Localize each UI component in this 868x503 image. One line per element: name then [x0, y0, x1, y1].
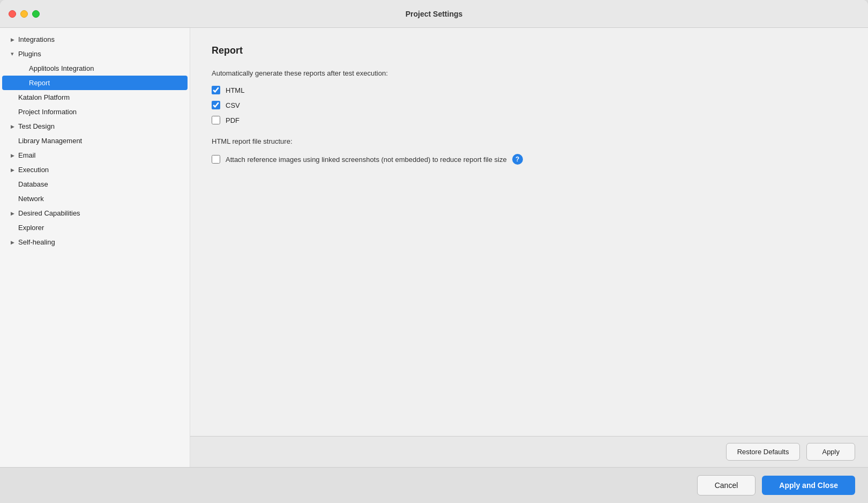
sidebar-item-integrations[interactable]: Integrations	[0, 32, 190, 47]
sidebar-item-project-information[interactable]: Project Information	[0, 105, 190, 119]
restore-defaults-button[interactable]: Restore Defaults	[726, 443, 800, 461]
traffic-lights	[9, 10, 40, 18]
sidebar-item-label-database: Database	[18, 180, 48, 188]
csv-checkbox-row: CSV	[212, 101, 847, 109]
chevron-right-icon	[9, 210, 16, 217]
sidebar-item-label-project-information: Project Information	[18, 108, 77, 116]
close-button[interactable]	[9, 10, 16, 18]
chevron-right-icon	[9, 152, 16, 159]
minimize-button[interactable]	[20, 10, 28, 18]
sidebar-item-label-explorer: Explorer	[18, 224, 44, 232]
chevron-down-icon	[9, 50, 16, 58]
attach-label: Attach reference images using linked scr…	[226, 156, 507, 164]
sidebar-item-label-email: Email	[18, 151, 36, 159]
chevron-right-icon	[9, 36, 16, 43]
project-settings-window: Project Settings IntegrationsPluginsAppl…	[0, 0, 868, 503]
sidebar-item-label-integrations: Integrations	[18, 35, 55, 43]
sidebar-item-execution[interactable]: Execution	[0, 162, 190, 177]
sidebar-item-report[interactable]: Report	[2, 76, 188, 90]
sidebar-item-applitools[interactable]: Applitools Integration	[0, 61, 190, 76]
panel-content: Report Automatically generate these repo…	[190, 28, 868, 436]
html-structure-label: HTML report file structure:	[212, 137, 847, 145]
titlebar: Project Settings	[0, 0, 868, 28]
sidebar-item-label-katalon-platform: Katalon Platform	[18, 93, 70, 101]
chevron-right-icon	[9, 123, 16, 130]
sidebar-item-email[interactable]: Email	[0, 148, 190, 162]
help-icon[interactable]: ?	[512, 154, 523, 165]
sidebar-item-label-applitools: Applitools Integration	[29, 64, 94, 72]
sidebar-item-self-healing[interactable]: Self-healing	[0, 235, 190, 249]
pdf-checkbox[interactable]	[212, 116, 220, 124]
cancel-button[interactable]: Cancel	[697, 475, 756, 495]
csv-label: CSV	[226, 101, 240, 109]
sidebar-item-test-design[interactable]: Test Design	[0, 119, 190, 134]
sidebar-item-label-test-design: Test Design	[18, 122, 55, 130]
apply-button[interactable]: Apply	[806, 443, 855, 461]
panel-title: Report	[212, 45, 847, 56]
sidebar-item-label-self-healing: Self-healing	[18, 238, 55, 246]
attach-row: Attach reference images using linked scr…	[212, 154, 847, 165]
html-checkbox[interactable]	[212, 86, 220, 94]
sidebar-item-label-report: Report	[29, 79, 50, 87]
sidebar-item-library-management[interactable]: Library Management	[0, 134, 190, 148]
sidebar-item-label-library-management: Library Management	[18, 137, 82, 145]
sidebar-item-label-network: Network	[18, 195, 44, 203]
pdf-label: PDF	[226, 116, 240, 124]
sidebar-item-desired-capabilities[interactable]: Desired Capabilities	[0, 206, 190, 220]
sidebar-item-label-execution: Execution	[18, 166, 49, 174]
footer-bar: Cancel Apply and Close	[0, 467, 868, 503]
content-area: IntegrationsPluginsApplitools Integratio…	[0, 28, 868, 467]
window-title: Project Settings	[406, 10, 463, 18]
auto-generate-label: Automatically generate these reports aft…	[212, 69, 847, 77]
maximize-button[interactable]	[32, 10, 40, 18]
sidebar-item-katalon-platform[interactable]: Katalon Platform	[0, 90, 190, 105]
bottom-bar: Restore Defaults Apply	[190, 436, 868, 467]
apply-and-close-button[interactable]: Apply and Close	[762, 476, 855, 495]
sidebar-item-network[interactable]: Network	[0, 191, 190, 206]
sidebar: IntegrationsPluginsApplitools Integratio…	[0, 28, 190, 467]
sidebar-item-label-desired-capabilities: Desired Capabilities	[18, 209, 80, 217]
html-label: HTML	[226, 86, 244, 94]
chevron-right-icon	[9, 166, 16, 174]
html-checkbox-row: HTML	[212, 86, 847, 94]
sidebar-item-plugins[interactable]: Plugins	[0, 47, 190, 61]
sidebar-item-database[interactable]: Database	[0, 177, 190, 191]
sidebar-item-explorer[interactable]: Explorer	[0, 220, 190, 235]
pdf-checkbox-row: PDF	[212, 116, 847, 124]
csv-checkbox[interactable]	[212, 101, 220, 109]
main-panel: Report Automatically generate these repo…	[190, 28, 868, 467]
chevron-right-icon	[9, 239, 16, 246]
attach-checkbox[interactable]	[212, 155, 220, 164]
sidebar-item-label-plugins: Plugins	[18, 50, 41, 58]
